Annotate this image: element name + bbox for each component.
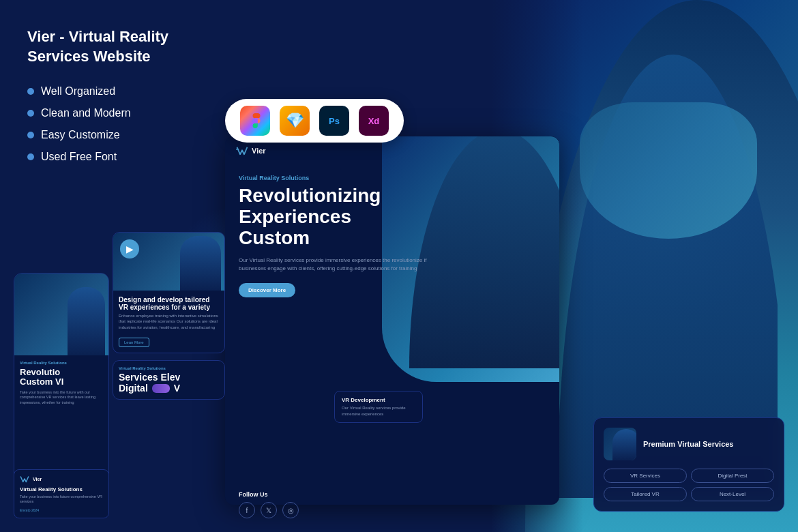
premium-tags: VR Services Digital Prest Tailored VR Ne…	[604, 469, 774, 501]
follow-section: Follow Us f 𝕏 ◎	[225, 491, 312, 518]
premium-title: Premium Virtual Services	[643, 440, 733, 448]
feature-item-3: Easy Customize	[27, 129, 218, 141]
feature-item-2: Clean and Modern	[27, 107, 218, 119]
premium-header: Premium Virtual Services	[604, 428, 774, 460]
vr-dev-badge: VR Development Our Virtual Reality servi…	[334, 391, 423, 423]
mid-card-bottom: Virtual Reality Solutions Services Elev …	[113, 360, 225, 400]
social-icons: f 𝕏 ◎	[239, 502, 299, 518]
left-info-panel: Vier - Virtual Reality Services Website …	[27, 27, 218, 163]
figma-icon	[240, 106, 270, 136]
mobile-label: Virtual Reality Solutions	[20, 361, 103, 365]
mobile-hero-image	[14, 274, 108, 355]
learn-more-button[interactable]: Lean More	[119, 338, 149, 347]
nav-logo-text: Vier	[252, 147, 266, 155]
tiny-card-header: Vier	[20, 475, 103, 483]
mid-card-title: Design and develop tailored VR experienc…	[119, 296, 219, 311]
feature-item-1: Well Organized	[27, 85, 218, 98]
feature-list: Well Organized Clean and Modern Easy Cus…	[27, 85, 218, 163]
hero-title: Revolutionizing Experiences Custom	[239, 186, 546, 248]
nav-logo: Vier	[236, 146, 266, 156]
mid-card-label: Virtual Reality Solutions	[119, 366, 219, 370]
main-preview-card: Vier Home About Download Services → Regi…	[225, 136, 559, 505]
photoshop-icon: Ps	[319, 106, 349, 136]
page-title: Vier - Virtual Reality Services Website	[27, 27, 218, 66]
vr-dev-title: VR Development	[342, 397, 415, 403]
feature-item-4: Used Free Font	[27, 151, 218, 163]
sketch-icon: 💎	[280, 106, 310, 136]
tiny-card-year: Envato 2024	[20, 508, 103, 512]
hero-content: Virtual Reality Solutions Revolutionizin…	[225, 165, 559, 307]
tag-digital-prest[interactable]: Digital Prest	[691, 469, 774, 483]
premium-services-card: Premium Virtual Services VR Services Dig…	[593, 417, 784, 512]
tag-tailored-vr[interactable]: Tailored VR	[604, 487, 687, 501]
tiny-card-desc: Take your business into future comprehen…	[20, 494, 103, 505]
brain-icon-2	[152, 384, 170, 393]
tiny-card-title: Virtual Reality Solutions	[20, 486, 103, 492]
mid-card-desc: Enhance employee training with interacti…	[119, 313, 219, 330]
mid-card-big-title: Services Elev Digital V	[119, 372, 219, 394]
mobile-desc: Take your business into the future with …	[20, 390, 103, 406]
follow-label: Follow Us	[239, 491, 299, 498]
hero-desc: Our Virtual Reality services provide imm…	[239, 256, 430, 273]
mid-column: ▶ Design and develop tailored VR experie…	[113, 232, 225, 407]
mobile-content: Virtual Reality Solutions Revolutio Cust…	[14, 355, 108, 415]
logo-icon	[236, 146, 248, 156]
tiny-bottom-card: Vier Virtual Reality Solutions Take your…	[14, 469, 109, 518]
tiny-logo-icon	[20, 475, 29, 483]
facebook-icon[interactable]: f	[239, 502, 255, 518]
instagram-icon[interactable]: ◎	[282, 502, 299, 518]
mid-card-top: ▶ Design and develop tailored VR experie…	[113, 232, 225, 353]
mid-card-body-bottom: Virtual Reality Solutions Services Elev …	[113, 361, 224, 399]
hero-cta-button[interactable]: Discover More	[239, 283, 295, 297]
mid-card-body-top: Design and develop tailored VR experienc…	[113, 291, 224, 353]
tag-vr-services[interactable]: VR Services	[604, 469, 687, 483]
tools-pill: 💎 Ps Xd	[225, 99, 404, 143]
xd-icon: Xd	[359, 106, 389, 136]
twitter-icon[interactable]: 𝕏	[261, 502, 277, 518]
vr-dev-desc: Our Virtual Reality services provide imm…	[342, 405, 415, 417]
tiny-logo-text: Vier	[33, 477, 42, 482]
mid-card-image: ▶	[113, 233, 224, 291]
mobile-title: Revolutio Custom VI	[20, 368, 103, 387]
premium-thumbnail	[604, 428, 636, 460]
hero-label: Virtual Reality Solutions	[239, 175, 546, 181]
tag-next-level[interactable]: Next-Level	[691, 487, 774, 501]
